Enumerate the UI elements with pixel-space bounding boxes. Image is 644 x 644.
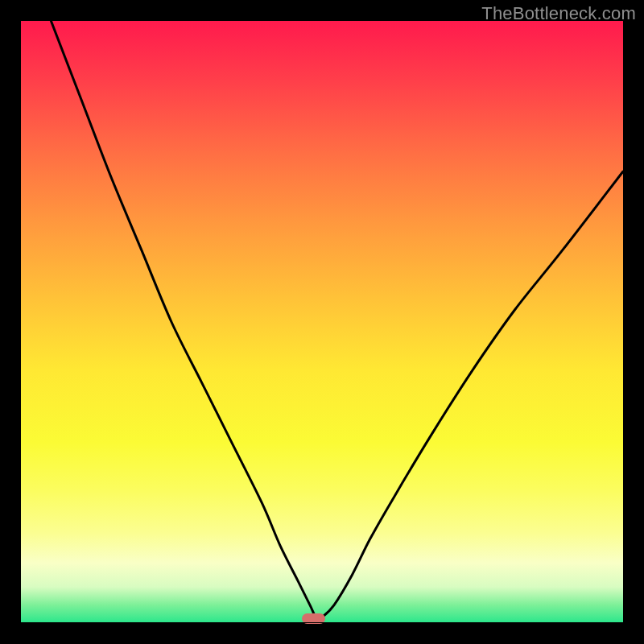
plot-area [21,21,623,623]
bottleneck-curve [21,21,623,623]
chart-frame: TheBottleneck.com [0,0,644,644]
x-axis-line [21,622,623,623]
